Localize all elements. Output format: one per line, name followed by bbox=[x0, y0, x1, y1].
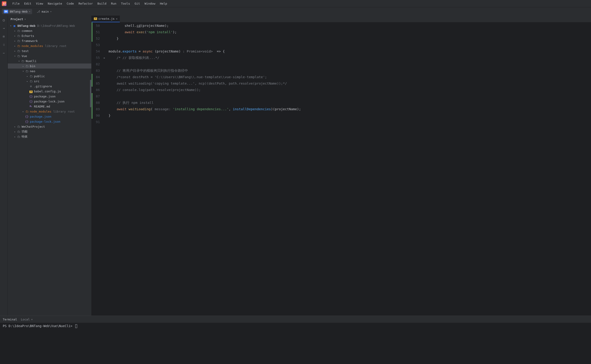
terminal-main-tab[interactable]: Terminal bbox=[3, 318, 17, 321]
chevron-down-icon: ▾ bbox=[29, 10, 30, 13]
menu-window[interactable]: Window bbox=[142, 1, 158, 6]
chevron-down-icon: ▾ bbox=[25, 18, 26, 20]
tree-root[interactable]: ▾▣BNTang-WebD:\IdeaPro\BNTang-Web bbox=[8, 23, 91, 28]
tree-item-Vue[interactable]: ▾🗀Vue bbox=[8, 53, 91, 58]
terminal-prompt: PS D:\IdeaPro\BNTang-Web\Vue\NueCli> bbox=[3, 324, 74, 328]
project-badge: BN bbox=[4, 10, 8, 13]
tab-filename: create.js bbox=[99, 17, 114, 20]
code-editor[interactable]: 50515253545582838485868788899091 ▸ shell… bbox=[92, 22, 591, 316]
menu-git[interactable]: Git bbox=[132, 1, 142, 6]
terminal-content[interactable]: PS D:\IdeaPro\BNTang-Web\Vue\NueCli> bbox=[0, 323, 591, 364]
editor-area: JS create.js ✕ 5051525354558283848586878… bbox=[92, 16, 591, 316]
editor-tab[interactable]: JS create.js ✕ bbox=[92, 16, 120, 22]
tree-item-package-json[interactable]: {}package.json bbox=[8, 94, 91, 99]
tree-item-node_modules[interactable]: ▸🗀node_moduleslibrary root bbox=[8, 43, 91, 48]
branch-name: main bbox=[41, 10, 49, 13]
terminal-panel: Terminal Local ✕ PS D:\IdeaPro\BNTang-We… bbox=[0, 316, 591, 364]
menu-navigate[interactable]: Navigate bbox=[46, 1, 65, 6]
tree-item-package-json[interactable]: {}package.json bbox=[8, 114, 91, 119]
close-icon[interactable]: ✕ bbox=[31, 318, 33, 321]
close-icon[interactable]: ✕ bbox=[116, 17, 118, 20]
project-selector[interactable]: BN BNTang-Web ▾ bbox=[2, 9, 32, 14]
panel-header[interactable]: Project ▾ bbox=[8, 16, 91, 23]
tree-item-test[interactable]: ▸🗀test bbox=[8, 48, 91, 53]
nav-bar: BN BNTang-Web ▾ ⎇ main ▾ bbox=[0, 7, 591, 16]
tree-item--gitignore[interactable]: ⊘.gitignore bbox=[8, 84, 91, 89]
menu-refactor[interactable]: Refactor bbox=[76, 1, 95, 6]
panel-title: Project bbox=[11, 17, 23, 21]
terminal-cursor bbox=[75, 324, 77, 328]
project-name: BNTang-Web bbox=[10, 10, 27, 13]
terminal-tabs: Terminal Local ✕ bbox=[0, 316, 591, 323]
tree-item-src[interactable]: ▸🗀src bbox=[8, 79, 91, 84]
tree-item-WeChatProject[interactable]: ▸🗀WeChatProject bbox=[8, 124, 91, 129]
tool-strip: ▢ ⊸ ⊟ ⁝⁝ ⋯ bbox=[0, 16, 8, 316]
tree-item-neo[interactable]: ▾🗀neo bbox=[8, 69, 91, 74]
tree-item-bin[interactable]: ▸🗀bin bbox=[8, 64, 91, 69]
tree-item-public[interactable]: ▸🗀public bbox=[8, 74, 91, 79]
project-panel: Project ▾ ▾▣BNTang-WebD:\IdeaPro\BNTang-… bbox=[8, 16, 92, 316]
menu-run[interactable]: Run bbox=[109, 1, 119, 6]
menu-file[interactable]: File bbox=[10, 1, 22, 6]
tree-item-Echarts[interactable]: ▸🗀Echarts bbox=[8, 33, 91, 38]
menu-code[interactable]: Code bbox=[65, 1, 76, 6]
tree-item-package-lock-json[interactable]: {}package-lock.json bbox=[8, 119, 91, 124]
project-tool-icon[interactable]: ▢ bbox=[1, 17, 7, 22]
terminal-local-tab[interactable]: Local ✕ bbox=[21, 318, 33, 321]
tree-item-特效[interactable]: ▸🗀特效 bbox=[8, 134, 91, 139]
structure-tool-icon[interactable]: ⊟ bbox=[1, 34, 7, 39]
tree-item-功能[interactable]: ▸🗀功能 bbox=[8, 129, 91, 134]
bookmarks-tool-icon[interactable]: ⁝⁝ bbox=[1, 42, 7, 47]
project-tree[interactable]: ▾▣BNTang-WebD:\IdeaPro\BNTang-Web▸🗀commo… bbox=[8, 23, 91, 316]
tree-item-node_modules[interactable]: ▸🗀node_moduleslibrary root bbox=[8, 109, 91, 114]
menu-edit[interactable]: Edit bbox=[22, 1, 34, 6]
commit-tool-icon[interactable]: ⊸ bbox=[1, 26, 7, 31]
more-tool-icon[interactable]: ⋯ bbox=[1, 50, 7, 55]
git-branch-selector[interactable]: ⎇ main ▾ bbox=[35, 9, 53, 14]
tree-item-framework[interactable]: ▸🗀framework bbox=[8, 38, 91, 43]
chevron-down-icon: ▾ bbox=[50, 10, 52, 13]
menu-tools[interactable]: Tools bbox=[119, 1, 132, 6]
tree-item-babel-config-js[interactable]: JSbabel.config.js bbox=[8, 89, 91, 94]
tree-item-NueCli[interactable]: ▾🗀NueCli bbox=[8, 58, 91, 64]
branch-icon: ⎇ bbox=[37, 10, 40, 13]
app-icon: IJ bbox=[2, 1, 7, 6]
tree-item-common[interactable]: ▸🗀common bbox=[8, 28, 91, 33]
tree-item-README-md[interactable]: M↓README.md bbox=[8, 104, 91, 109]
editor-tab-bar: JS create.js ✕ bbox=[92, 16, 591, 22]
menu-view[interactable]: View bbox=[34, 1, 46, 6]
js-file-icon: JS bbox=[94, 17, 97, 20]
menu-build[interactable]: Build bbox=[95, 1, 109, 6]
tree-item-package-lock-json[interactable]: {}package-lock.json bbox=[8, 99, 91, 104]
menu-bar: IJ FileEditViewNavigateCodeRefactorBuild… bbox=[0, 0, 591, 7]
menu-help[interactable]: Help bbox=[158, 1, 169, 6]
